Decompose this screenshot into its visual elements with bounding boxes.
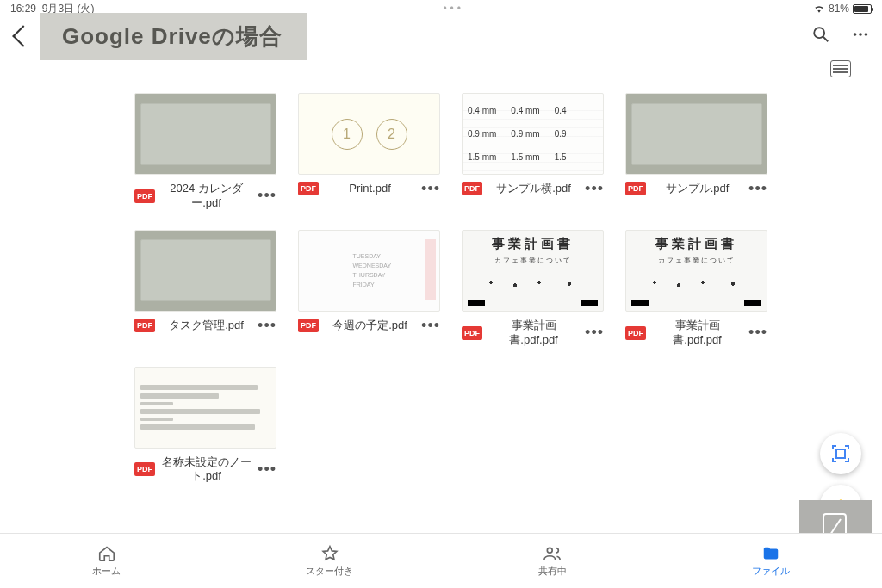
file-thumbnail: 事業計画書 カフェ事業について xyxy=(462,230,604,312)
pdf-icon: PDF xyxy=(462,182,482,195)
file-more-button[interactable]: ••• xyxy=(585,329,604,337)
file-thumbnail: 事業計画書 カフェ事業について xyxy=(625,230,767,312)
svg-rect-5 xyxy=(836,449,845,458)
file-thumbnail xyxy=(134,367,276,449)
pdf-icon: PDF xyxy=(298,182,319,195)
svg-point-8 xyxy=(548,548,553,553)
file-card[interactable]: 1 2 PDF Print.pdf ••• xyxy=(298,93,453,211)
file-name: タスク管理.pdf xyxy=(160,319,252,333)
file-more-button[interactable]: ••• xyxy=(421,185,440,193)
tab-label: ホーム xyxy=(92,565,121,578)
file-name: Print.pdf xyxy=(324,182,416,196)
tab-home[interactable]: ホーム xyxy=(92,544,121,578)
svg-line-7 xyxy=(830,519,841,535)
wifi-icon xyxy=(813,4,825,13)
pdf-icon: PDF xyxy=(134,189,155,203)
tab-shared[interactable]: 共有中 xyxy=(538,544,567,578)
file-card[interactable]: TUESDAY WEDNESDAY THURSDAY FRIDAY PDF 今週… xyxy=(298,230,453,348)
file-name: 名称未設定のノート.pdf xyxy=(160,455,252,485)
pdf-icon: PDF xyxy=(625,326,646,340)
tab-files[interactable]: ファイル xyxy=(752,544,790,578)
people-icon xyxy=(543,544,562,563)
pdf-icon: PDF xyxy=(462,326,482,340)
file-grid: PDF 2024 カレンダー.pdf ••• 1 2 PDF Print.pdf… xyxy=(0,77,882,484)
tab-bar: ホーム スター付き 共有中 ファイル xyxy=(0,533,882,588)
svg-point-3 xyxy=(859,33,862,36)
folder-icon xyxy=(761,544,780,563)
status-right: 81% xyxy=(813,3,872,15)
scan-fab[interactable] xyxy=(820,433,861,474)
file-name: 事業計画書.pdf.pdf xyxy=(651,319,743,348)
file-card[interactable]: 0.4 mm 0.4 mm 0.4 0.9 mm 0.9 mm 0.9 1.5 … xyxy=(462,93,617,211)
file-name: 事業計画書.pdf.pdf xyxy=(488,319,580,348)
file-more-button[interactable]: ••• xyxy=(258,192,276,200)
svg-point-2 xyxy=(854,33,857,36)
file-more-button[interactable]: ••• xyxy=(748,185,767,193)
more-button[interactable] xyxy=(851,25,870,47)
home-icon xyxy=(97,544,116,563)
file-name: サンプル横.pdf xyxy=(488,182,580,196)
back-button[interactable] xyxy=(12,25,34,46)
file-name: サンプル.pdf xyxy=(651,182,743,196)
tab-label: スター付き xyxy=(306,565,353,578)
scan-icon xyxy=(830,443,851,464)
file-more-button[interactable]: ••• xyxy=(258,466,276,473)
file-more-button[interactable]: ••• xyxy=(585,185,604,193)
pdf-icon: PDF xyxy=(134,319,155,332)
file-more-button[interactable]: ••• xyxy=(421,322,440,330)
file-card[interactable]: 事業計画書 カフェ事業について PDF 事業計画書.pdf.pdf ••• xyxy=(625,230,780,348)
svg-line-1 xyxy=(823,37,829,42)
svg-point-0 xyxy=(814,28,824,38)
app-bar: Google Driveの場合 xyxy=(0,17,882,55)
page-title: Google Driveの場合 xyxy=(40,13,307,60)
svg-point-4 xyxy=(865,33,868,36)
tab-starred[interactable]: スター付き xyxy=(306,544,353,578)
search-button[interactable] xyxy=(811,25,830,47)
search-icon xyxy=(811,25,830,44)
more-horizontal-icon xyxy=(851,25,870,44)
file-more-button[interactable]: ••• xyxy=(748,329,767,337)
file-thumbnail: 1 2 xyxy=(298,93,440,175)
battery-icon xyxy=(853,4,872,14)
status-time: 16:29 xyxy=(10,3,36,15)
file-name: 2024 カレンダー.pdf xyxy=(160,182,252,211)
file-thumbnail xyxy=(134,93,276,175)
battery-percent: 81% xyxy=(829,3,849,15)
file-card[interactable]: PDF サンプル.pdf ••• xyxy=(625,93,780,211)
file-thumbnail xyxy=(625,93,767,175)
file-card[interactable]: PDF 2024 カレンダー.pdf ••• xyxy=(134,93,289,211)
pdf-icon: PDF xyxy=(134,462,155,476)
pdf-icon: PDF xyxy=(625,182,646,195)
tab-label: ファイル xyxy=(752,565,790,578)
star-icon xyxy=(320,544,339,563)
file-thumbnail: TUESDAY WEDNESDAY THURSDAY FRIDAY xyxy=(298,230,440,312)
tab-label: 共有中 xyxy=(538,565,567,578)
list-view-toggle[interactable] xyxy=(830,60,851,77)
file-card[interactable]: PDF 名称未設定のノート.pdf ••• xyxy=(134,367,289,485)
file-card[interactable]: 事業計画書 カフェ事業について PDF 事業計画書.pdf.pdf ••• xyxy=(462,230,617,348)
file-thumbnail xyxy=(134,230,276,312)
file-card[interactable]: PDF タスク管理.pdf ••• xyxy=(134,230,289,348)
pdf-icon: PDF xyxy=(298,319,319,332)
file-name: 今週の予定.pdf xyxy=(324,319,416,333)
file-thumbnail: 0.4 mm 0.4 mm 0.4 0.9 mm 0.9 mm 0.9 1.5 … xyxy=(462,93,604,175)
file-more-button[interactable]: ••• xyxy=(258,322,276,330)
